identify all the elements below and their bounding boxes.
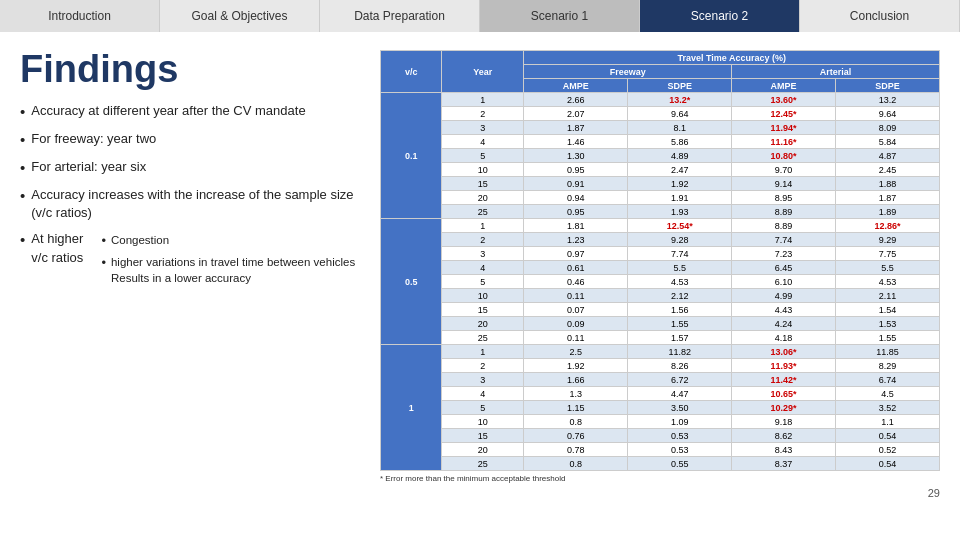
year-cell: 2 (442, 359, 524, 373)
ar-sdpe-cell: 12.86* (836, 219, 940, 233)
ar-sdpe-cell: 5.84 (836, 135, 940, 149)
ar-ampe-cell: 9.18 (732, 415, 836, 429)
nav-introduction[interactable]: Introduction (0, 0, 160, 32)
table-row: 51.304.8910.80*4.87 (381, 149, 940, 163)
list-item: Accuracy at different year after the CV … (20, 102, 360, 122)
vc-cell: 0.1 (381, 93, 442, 219)
table-row: 100.952.479.702.45 (381, 163, 940, 177)
sub-bullet-list: Congestion higher variations in travel t… (101, 232, 360, 288)
vc-cell: 0.5 (381, 219, 442, 345)
ar-sdpe-cell: 1.89 (836, 205, 940, 219)
ar-sdpe-cell: 2.11 (836, 289, 940, 303)
list-item: For arterial: year six (20, 158, 360, 178)
ar-ampe-cell: 13.06* (732, 345, 836, 359)
table-row: 150.071.564.431.54 (381, 303, 940, 317)
nav-data-preparation[interactable]: Data Preparation (320, 0, 480, 32)
fw-ampe-cell: 0.11 (524, 331, 628, 345)
year-cell: 2 (442, 233, 524, 247)
ar-sdpe-cell: 1.53 (836, 317, 940, 331)
nav-goal-objectives[interactable]: Goal & Objectives (160, 0, 320, 32)
list-item: At higher v/c ratios Congestion higher v… (20, 230, 360, 288)
table-row: 0.112.6613.2*13.60*13.2 (381, 93, 940, 107)
table-row: 250.80.558.370.54 (381, 457, 940, 471)
list-item: Accuracy increases with the increase of … (20, 186, 360, 222)
ar-ampe-cell: 8.95 (732, 191, 836, 205)
left-panel: Findings Accuracy at different year afte… (20, 50, 360, 530)
ar-ampe-cell: 4.18 (732, 331, 836, 345)
year-cell: 10 (442, 289, 524, 303)
ar-sdpe-cell: 1.55 (836, 331, 940, 345)
nav-scenario2[interactable]: Scenario 2 (640, 0, 800, 32)
fw-ampe-cell: 1.66 (524, 373, 628, 387)
list-item: Congestion (101, 232, 360, 250)
ar-sdpe-cell: 8.09 (836, 121, 940, 135)
table-row: 200.780.538.430.52 (381, 443, 940, 457)
table-row: 21.239.287.749.29 (381, 233, 940, 247)
table-row: 100.81.099.181.1 (381, 415, 940, 429)
fw-ampe-cell: 1.3 (524, 387, 628, 401)
ar-sdpe-cell: 13.2 (836, 93, 940, 107)
fw-sdpe-cell: 1.09 (628, 415, 732, 429)
year-cell: 25 (442, 205, 524, 219)
fw-sdpe-cell: 2.47 (628, 163, 732, 177)
year-cell: 1 (442, 93, 524, 107)
fw-sdpe-cell: 4.53 (628, 275, 732, 289)
table-row: 40.615.56.455.5 (381, 261, 940, 275)
ar-ampe-cell: 4.43 (732, 303, 836, 317)
fw-sdpe-cell: 1.56 (628, 303, 732, 317)
ar-ampe-cell: 9.14 (732, 177, 836, 191)
ar-ampe-cell: 8.37 (732, 457, 836, 471)
fw-ampe-cell: 0.46 (524, 275, 628, 289)
fw-sdpe-cell: 1.93 (628, 205, 732, 219)
fw-ampe-cell: 0.78 (524, 443, 628, 457)
nav-scenario1[interactable]: Scenario 1 (480, 0, 640, 32)
fw-ampe-cell: 2.07 (524, 107, 628, 121)
ar-ampe-cell: 10.29* (732, 401, 836, 415)
nav-conclusion[interactable]: Conclusion (800, 0, 960, 32)
nav-bar: Introduction Goal & Objectives Data Prep… (0, 0, 960, 32)
ar-ampe-cell: 11.94* (732, 121, 836, 135)
table-row: 100.112.124.992.11 (381, 289, 940, 303)
fw-ampe-cell: 0.97 (524, 247, 628, 261)
year-cell: 15 (442, 303, 524, 317)
fw-ampe-cell: 1.87 (524, 121, 628, 135)
ar-ampe-cell: 12.45* (732, 107, 836, 121)
fw-ampe-cell: 2.66 (524, 93, 628, 107)
year-cell: 1 (442, 219, 524, 233)
ar-sdpe-cell: 0.52 (836, 443, 940, 457)
ar-ampe-cell: 8.89 (732, 205, 836, 219)
fw-sdpe-cell: 13.2* (628, 93, 732, 107)
ar-ampe-cell: 11.16* (732, 135, 836, 149)
year-cell: 5 (442, 275, 524, 289)
travel-time-header: Travel Time Accuracy (%) (524, 51, 940, 65)
sdpe-header-fw: SDPE (628, 79, 732, 93)
table-row: 150.760.538.620.54 (381, 429, 940, 443)
table-row: 31.878.111.94*8.09 (381, 121, 940, 135)
fw-ampe-cell: 1.92 (524, 359, 628, 373)
fw-sdpe-cell: 11.82 (628, 345, 732, 359)
table-row: 41.465.8611.16*5.84 (381, 135, 940, 149)
year-cell: 10 (442, 163, 524, 177)
main-content: Findings Accuracy at different year afte… (0, 32, 960, 540)
fw-sdpe-cell: 9.28 (628, 233, 732, 247)
fw-ampe-cell: 0.94 (524, 191, 628, 205)
ar-sdpe-cell: 9.29 (836, 233, 940, 247)
table-row: 31.666.7211.42*6.74 (381, 373, 940, 387)
year-cell: 10 (442, 415, 524, 429)
ar-sdpe-cell: 4.87 (836, 149, 940, 163)
table-row: 0.511.8112.54*8.8912.86* (381, 219, 940, 233)
ampe-header-ar: AMPE (732, 79, 836, 93)
ar-sdpe-cell: 11.85 (836, 345, 940, 359)
fw-sdpe-cell: 3.50 (628, 401, 732, 415)
fw-ampe-cell: 0.8 (524, 457, 628, 471)
year-cell: 20 (442, 443, 524, 457)
ar-ampe-cell: 4.99 (732, 289, 836, 303)
right-panel: v/c Year Travel Time Accuracy (%) Freewa… (380, 50, 940, 530)
ar-ampe-cell: 10.80* (732, 149, 836, 163)
fw-ampe-cell: 1.15 (524, 401, 628, 415)
fw-ampe-cell: 1.81 (524, 219, 628, 233)
year-cell: 4 (442, 387, 524, 401)
fw-sdpe-cell: 8.1 (628, 121, 732, 135)
year-header: Year (442, 51, 524, 93)
ampe-header-fw: AMPE (524, 79, 628, 93)
